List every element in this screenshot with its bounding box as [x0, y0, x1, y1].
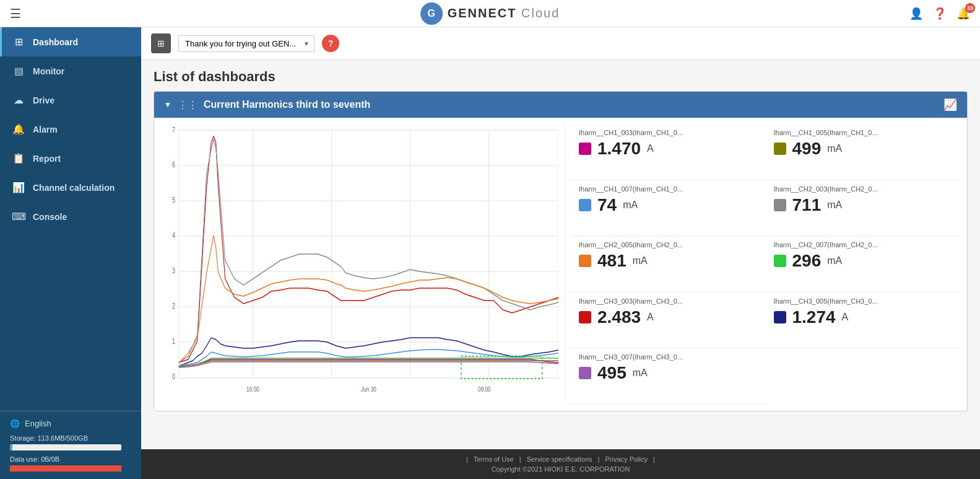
sidebar-label-report: Report: [33, 154, 61, 164]
service-link[interactable]: Service specifications: [527, 455, 592, 463]
storage-bar-background: [10, 444, 121, 450]
report-icon: 📋: [12, 152, 25, 164]
legend-label-1: Iharm__CH1_005(Iharm_CH1_0...: [774, 129, 954, 136]
legend-color-1: [774, 143, 786, 155]
legend-label-6: Iharm__CH3_003(Iharm_CH3_0...: [579, 297, 759, 305]
data-use-label: Data use: 0B/0B: [10, 455, 131, 463]
notification-icon[interactable]: 🔔 33: [956, 7, 970, 20]
legend-item-4: Iharm__CH2_005(Iharm_CH2_0... 481 mA: [571, 236, 766, 292]
data-use-bar-background: [10, 465, 121, 472]
svg-text:6: 6: [172, 160, 175, 169]
sidebar-item-drive[interactable]: ☁ Drive: [0, 86, 141, 115]
user-icon[interactable]: 👤: [909, 7, 923, 20]
legend-color-4: [579, 255, 591, 267]
legend-color-3: [774, 199, 786, 211]
collapse-icon[interactable]: ▼: [164, 100, 171, 109]
legend-color-2: [579, 199, 591, 211]
legend-item-2: Iharm__CH1_007(Iharm_CH1_0... 74 mA: [571, 180, 766, 237]
legend-label-8: Iharm__CH3_007(Iharm_CH3_0...: [579, 353, 759, 361]
legend-unit-3: mA: [827, 200, 842, 211]
language-label: English: [25, 419, 51, 428]
sub-header: ⊞ Thank you for trying out GEN... ?: [141, 27, 980, 60]
sidebar-item-dashboard[interactable]: ⊞ Dashboard: [0, 27, 141, 56]
svg-text:2: 2: [172, 302, 175, 310]
copyright-text: Copyright ©2021 HIOKI E.E. CORPORATION: [147, 465, 974, 473]
legend-color-8: [579, 367, 591, 379]
top-header: ☰ G GENNECT Cloud 👤 ❓ 🔔 33: [0, 0, 980, 27]
page-title: List of dashboards: [154, 69, 968, 85]
sidebar-item-monitor[interactable]: ▤ Monitor: [0, 56, 141, 86]
chart-svg-area: 7 6 5 4 3 2 1 0 16:00 Jun 30 08:00: [160, 124, 558, 405]
main-content: ⊞ Thank you for trying out GEN... ? List…: [141, 27, 980, 479]
svg-text:1: 1: [172, 337, 175, 346]
sidebar-label-drive: Drive: [33, 95, 54, 105]
sidebar-label-console: Console: [33, 212, 67, 222]
legend-value-2: 74: [597, 195, 617, 215]
svg-text:4: 4: [172, 231, 175, 240]
svg-text:Jun 30: Jun 30: [361, 385, 376, 393]
legend-value-5: 296: [792, 251, 822, 271]
sidebar-item-console[interactable]: ⌨ Console: [0, 202, 141, 231]
logo-text: GENNECT Cloud: [448, 6, 560, 20]
legend-unit-8: mA: [633, 367, 648, 379]
sidebar-label-alarm: Alarm: [33, 125, 58, 134]
line-chart: 7 6 5 4 3 2 1 0 16:00 Jun 30 08:00: [160, 124, 558, 403]
workspace-select[interactable]: Thank you for trying out GEN...: [178, 35, 314, 52]
legend-panel: Iharm__CH1_003(Iharm_CH1_0... 1.470 A Ih…: [565, 124, 961, 405]
chart-body: 7 6 5 4 3 2 1 0 16:00 Jun 30 08:00: [154, 118, 967, 411]
storage-label: Storage: 113.6MB/500GB: [10, 434, 131, 442]
legend-label-5: Iharm__CH2_007(Iharm_CH2_0...: [774, 241, 954, 248]
legend-label-3: Iharm__CH2_003(Iharm_CH2_0...: [774, 185, 954, 193]
svg-text:0: 0: [172, 372, 175, 381]
page-title-bar: List of dashboards: [141, 60, 980, 91]
drive-icon: ☁: [12, 94, 25, 106]
legend-label-4: Iharm__CH2_005(Iharm_CH2_0...: [579, 241, 759, 248]
sidebar-label-monitor: Monitor: [33, 66, 64, 76]
console-icon: ⌨: [12, 211, 25, 222]
legend-color-0: [579, 143, 591, 155]
dashboard-content[interactable]: ▼ ⋮⋮ Current Harmonics third to seventh …: [141, 91, 980, 449]
legend-value-3: 711: [792, 195, 822, 215]
sidebar-item-channel-calc[interactable]: 📊 Channel calculation: [0, 173, 141, 202]
chart-title-area: ▼ ⋮⋮ Current Harmonics third to seventh: [164, 99, 370, 111]
legend-value-6: 2.483: [597, 307, 641, 327]
legend-item-8: Iharm__CH3_007(Iharm_CH3_0... 495 mA: [571, 348, 766, 405]
legend-unit-6: A: [647, 312, 654, 323]
sidebar-nav: ⊞ Dashboard ▤ Monitor ☁ Drive 🔔 Alarm 📋 …: [0, 27, 141, 411]
privacy-link[interactable]: Privacy Policy: [605, 455, 648, 463]
sidebar-item-report[interactable]: 📋 Report: [0, 144, 141, 173]
footer-links: | Terms of Use | Service specifications …: [147, 455, 974, 463]
legend-color-6: [579, 311, 591, 323]
logo-area: G GENNECT Cloud: [420, 2, 560, 25]
channel-calc-icon: 📊: [12, 182, 25, 193]
help-icon[interactable]: ❓: [933, 7, 947, 20]
sidebar-item-alarm[interactable]: 🔔 Alarm: [0, 115, 141, 144]
svg-text:16:00: 16:00: [246, 385, 259, 393]
sidebar-label-dashboard: Dashboard: [33, 37, 78, 47]
legend-unit-7: A: [842, 312, 849, 323]
legend-item-7: Iharm__CH3_005(Iharm_CH3_0... 1.274 A: [766, 292, 961, 349]
help-button[interactable]: ?: [322, 35, 339, 52]
drag-handle-icon[interactable]: ⋮⋮: [178, 99, 197, 111]
legend-item-3: Iharm__CH2_003(Iharm_CH2_0... 711 mA: [766, 180, 961, 237]
legend-item-0: Iharm__CH1_003(Iharm_CH1_0... 1.470 A: [571, 124, 766, 180]
main-layout: ⊞ Dashboard ▤ Monitor ☁ Drive 🔔 Alarm 📋 …: [0, 27, 980, 479]
expand-chart-icon[interactable]: 📈: [943, 98, 957, 112]
notification-badge: 33: [965, 3, 975, 13]
chart-title: Current Harmonics third to seventh: [204, 99, 370, 110]
terms-link[interactable]: Terms of Use: [474, 455, 514, 463]
legend-value-4: 481: [597, 251, 627, 271]
dashboard-icon: ⊞: [12, 36, 25, 48]
svg-rect-0: [179, 130, 558, 378]
svg-text:08:00: 08:00: [478, 385, 491, 393]
sidebar: ⊞ Dashboard ▤ Monitor ☁ Drive 🔔 Alarm 📋 …: [0, 27, 141, 479]
monitor-icon: ▤: [12, 65, 25, 77]
workspace-icon: ⊞: [151, 33, 171, 53]
legend-unit-0: A: [647, 143, 654, 154]
header-actions: 👤 ❓ 🔔 33: [909, 7, 970, 20]
legend-label-7: Iharm__CH3_005(Iharm_CH3_0...: [774, 297, 954, 305]
chart-panel: ▼ ⋮⋮ Current Harmonics third to seventh …: [154, 91, 968, 411]
hamburger-menu[interactable]: ☰: [10, 6, 21, 21]
language-selector[interactable]: 🌐 English: [10, 419, 131, 428]
legend-value-0: 1.470: [597, 139, 641, 159]
